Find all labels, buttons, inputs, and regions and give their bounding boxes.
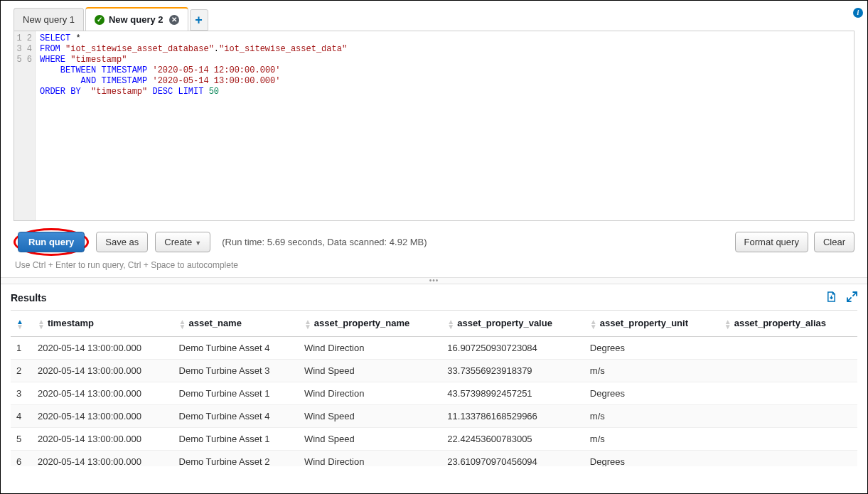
col-asset_property_name[interactable]: ▲▼asset_property_name xyxy=(299,311,441,336)
row-index: 4 xyxy=(11,404,32,427)
cell-asset-name: Demo Turbine Asset 3 xyxy=(173,359,299,382)
cell-asset-property-name: Wind Direction xyxy=(299,336,441,359)
query-toolbar: Run query Save as Create▼ (Run time: 5.6… xyxy=(5,221,863,259)
run-button-highlight: Run query xyxy=(14,228,89,256)
cell-asset-property-unit: m/s xyxy=(584,359,719,382)
cell-asset-name: Demo Turbine Asset 1 xyxy=(173,382,299,404)
cell-asset-property-alias xyxy=(719,359,857,382)
editor-code[interactable]: SELECT * FROM "iot_sitewise_asset_databa… xyxy=(36,31,854,220)
chevron-down-icon: ▼ xyxy=(195,240,201,247)
cell-timestamp: 2020-05-14 13:00:00.000 xyxy=(32,359,173,382)
cell-timestamp: 2020-05-14 13:00:00.000 xyxy=(32,427,173,450)
cell-asset-property-unit: m/s xyxy=(584,404,719,427)
keyboard-hint: Use Ctrl + Enter to run query, Ctrl + Sp… xyxy=(5,259,863,277)
run-stats: (Run time: 5.69 seconds, Data scanned: 4… xyxy=(222,237,427,247)
cell-asset-property-name: Wind Speed xyxy=(299,359,441,382)
download-icon[interactable] xyxy=(826,291,837,304)
format-query-button[interactable]: Format query xyxy=(735,232,808,252)
col-asset_name[interactable]: ▲▼asset_name xyxy=(173,311,299,336)
cell-asset-property-unit: Degrees xyxy=(584,382,719,404)
cell-asset-property-name: Wind Speed xyxy=(299,427,441,450)
cell-asset-name: Demo Turbine Asset 4 xyxy=(173,404,299,427)
cell-timestamp: 2020-05-14 13:00:00.000 xyxy=(32,336,173,359)
cell-asset-property-unit: Degrees xyxy=(584,450,719,466)
add-tab-button[interactable]: + xyxy=(190,9,208,31)
col-asset_property_alias[interactable]: ▲▼asset_property_alias xyxy=(719,311,857,336)
results-table-wrap[interactable]: ▲▼▲▼timestamp▲▼asset_name▲▼asset_propert… xyxy=(11,310,857,466)
row-index: 5 xyxy=(11,427,32,450)
cell-asset-property-unit: Degrees xyxy=(584,336,719,359)
run-query-button[interactable]: Run query xyxy=(18,232,85,252)
tab-query-2[interactable]: ✓ New query 2 ✕ xyxy=(85,7,188,31)
col-asset_property_unit[interactable]: ▲▼asset_property_unit xyxy=(584,311,719,336)
splitter-handle[interactable]: ••• xyxy=(1,277,867,284)
query-tabs: New query 1 ✓ New query 2 ✕ + xyxy=(14,6,863,31)
col-asset_property_value[interactable]: ▲▼asset_property_value xyxy=(441,311,584,336)
cell-asset-property-name: Wind Speed xyxy=(299,404,441,427)
col-timestamp[interactable]: ▲▼timestamp xyxy=(32,311,173,336)
row-index: 6 xyxy=(11,450,32,466)
cell-asset-name: Demo Turbine Asset 4 xyxy=(173,336,299,359)
cell-asset-property-alias xyxy=(719,404,857,427)
sql-editor[interactable]: 1 2 3 4 5 6 SELECT * FROM "iot_sitewise_… xyxy=(14,31,854,221)
cell-asset-property-alias xyxy=(719,427,857,450)
row-index: 1 xyxy=(11,336,32,359)
cell-asset-property-value: 23.610970970456094 xyxy=(441,450,584,466)
tab-label: New query 1 xyxy=(23,14,75,25)
table-row: 2 2020-05-14 13:00:00.000 Demo Turbine A… xyxy=(11,359,857,382)
cell-asset-property-value: 43.57398992457251 xyxy=(441,382,584,404)
col-index[interactable]: ▲▼ xyxy=(11,311,32,336)
cell-asset-property-alias xyxy=(719,450,857,466)
info-icon[interactable]: i xyxy=(853,8,863,18)
expand-icon[interactable] xyxy=(847,291,857,304)
row-index: 3 xyxy=(11,382,32,404)
table-row: 5 2020-05-14 13:00:00.000 Demo Turbine A… xyxy=(11,427,857,450)
create-label: Create xyxy=(164,237,192,247)
table-row: 4 2020-05-14 13:00:00.000 Demo Turbine A… xyxy=(11,404,857,427)
cell-asset-property-value: 33.73556923918379 xyxy=(441,359,584,382)
tab-label: New query 2 xyxy=(109,14,164,25)
table-row: 6 2020-05-14 13:00:00.000 Demo Turbine A… xyxy=(11,450,857,466)
cell-asset-property-name: Wind Direction xyxy=(299,450,441,466)
cell-timestamp: 2020-05-14 13:00:00.000 xyxy=(32,382,173,404)
table-row: 3 2020-05-14 13:00:00.000 Demo Turbine A… xyxy=(11,382,857,404)
tab-query-1[interactable]: New query 1 xyxy=(14,8,84,31)
cell-asset-property-unit: m/s xyxy=(584,427,719,450)
cell-asset-property-alias xyxy=(719,336,857,359)
cell-timestamp: 2020-05-14 13:00:00.000 xyxy=(32,450,173,466)
cell-asset-property-name: Wind Direction xyxy=(299,382,441,404)
results-title: Results xyxy=(11,292,47,304)
cell-asset-property-value: 16.907250930723084 xyxy=(441,336,584,359)
cell-asset-property-value: 11.133786168529966 xyxy=(441,404,584,427)
table-row: 1 2020-05-14 13:00:00.000 Demo Turbine A… xyxy=(11,336,857,359)
success-icon: ✓ xyxy=(95,15,105,25)
close-icon[interactable]: ✕ xyxy=(169,15,179,25)
cell-asset-property-alias xyxy=(719,382,857,404)
cell-timestamp: 2020-05-14 13:00:00.000 xyxy=(32,404,173,427)
cell-asset-property-value: 22.42453600783005 xyxy=(441,427,584,450)
cell-asset-name: Demo Turbine Asset 1 xyxy=(173,427,299,450)
create-button[interactable]: Create▼ xyxy=(155,232,210,252)
editor-gutter: 1 2 3 4 5 6 xyxy=(14,31,36,220)
cell-asset-name: Demo Turbine Asset 2 xyxy=(173,450,299,466)
row-index: 2 xyxy=(11,359,32,382)
results-table: ▲▼▲▼timestamp▲▼asset_name▲▼asset_propert… xyxy=(11,311,857,466)
clear-button[interactable]: Clear xyxy=(814,232,854,252)
save-as-button[interactable]: Save as xyxy=(96,232,148,252)
